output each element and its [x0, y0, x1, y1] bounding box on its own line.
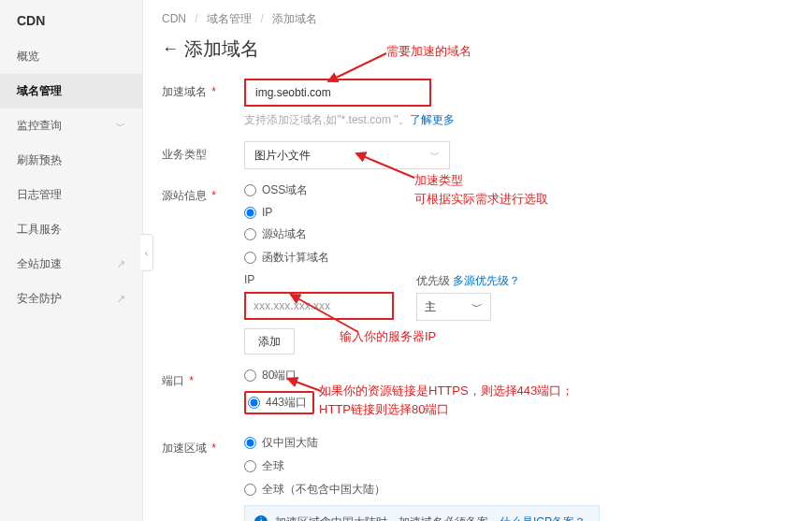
main-content: CDN / 域名管理 / 添加域名 ← 添加域名 加速域名 * 支持添加泛域名,…	[143, 0, 812, 521]
priority-sublabel: 优先级 多源优先级？	[416, 273, 520, 289]
biztype-select[interactable]: 图片小文件 ﹀	[244, 141, 450, 169]
sidebar-item-fullsite[interactable]: 全站加速↗	[0, 247, 142, 282]
back-arrow-icon[interactable]: ←	[162, 39, 179, 59]
learn-more-link[interactable]: 了解更多	[410, 113, 455, 126]
breadcrumb-item[interactable]: CDN	[162, 12, 186, 25]
region-radio-global-excn[interactable]: 全球（不包含中国大陆）	[244, 482, 793, 498]
origin-ip-input[interactable]	[244, 292, 394, 320]
external-link-icon: ↗	[117, 293, 125, 305]
origin-radio-oss[interactable]: OSS域名	[244, 182, 793, 198]
origin-radio-fc[interactable]: 函数计算域名	[244, 250, 793, 266]
label-port: 端口 *	[162, 368, 244, 389]
breadcrumb-item: 添加域名	[272, 12, 317, 25]
chevron-down-icon: ﹀	[430, 149, 440, 162]
region-info-box: i 加速区域含中国大陆时，加速域名必须备案。什么是ICP备案？	[244, 505, 600, 521]
external-link-icon: ↗	[117, 258, 125, 270]
add-origin-button[interactable]: 添加	[244, 328, 295, 355]
breadcrumb-item[interactable]: 域名管理	[207, 12, 252, 25]
priority-select[interactable]: 主 ﹀	[416, 293, 491, 321]
sidebar-item-tools[interactable]: 工具服务	[0, 212, 142, 247]
origin-radio-ip[interactable]: IP	[244, 206, 793, 219]
label-biztype: 业务类型	[162, 141, 244, 163]
sidebar-item-security[interactable]: 安全防护↗	[0, 282, 142, 316]
sidebar-title: CDN	[0, 7, 142, 39]
sidebar-item-monitor[interactable]: 监控查询﹀	[0, 109, 142, 143]
info-icon: i	[254, 515, 268, 521]
sidebar-item-overview[interactable]: 概览	[0, 39, 142, 74]
label-region: 加速区域 *	[162, 435, 244, 456]
region-radio-global[interactable]: 全球	[244, 458, 793, 474]
label-origin: 源站信息 *	[162, 182, 244, 204]
chevron-down-icon: ﹀	[116, 120, 125, 133]
region-radio-cn[interactable]: 仅中国大陆	[244, 435, 793, 451]
origin-radio-domain[interactable]: 源站域名	[244, 226, 793, 242]
accel-domain-input[interactable]	[244, 79, 431, 107]
breadcrumb: CDN / 域名管理 / 添加域名	[162, 7, 793, 36]
sidebar-item-domain-mgmt[interactable]: 域名管理	[0, 74, 142, 109]
page-title: 添加域名	[184, 36, 259, 62]
port-radio-80[interactable]: 80端口	[244, 368, 793, 384]
chevron-down-icon: ﹀	[471, 299, 483, 315]
sidebar: CDN 概览 域名管理 监控查询﹀ 刷新预热 日志管理 工具服务 全站加速↗ 安…	[0, 0, 143, 521]
icp-link[interactable]: 什么是ICP备案？	[500, 515, 586, 521]
label-accel-domain: 加速域名 *	[162, 79, 244, 100]
domain-hint: 支持添加泛域名,如"*.test.com "。了解更多	[244, 112, 793, 128]
ip-sublabel: IP	[244, 273, 394, 286]
priority-help-link[interactable]: 多源优先级？	[453, 274, 520, 287]
port-radio-443[interactable]: 443端口	[244, 391, 314, 414]
sidebar-item-refresh[interactable]: 刷新预热	[0, 143, 142, 178]
sidebar-item-logs[interactable]: 日志管理	[0, 178, 142, 212]
